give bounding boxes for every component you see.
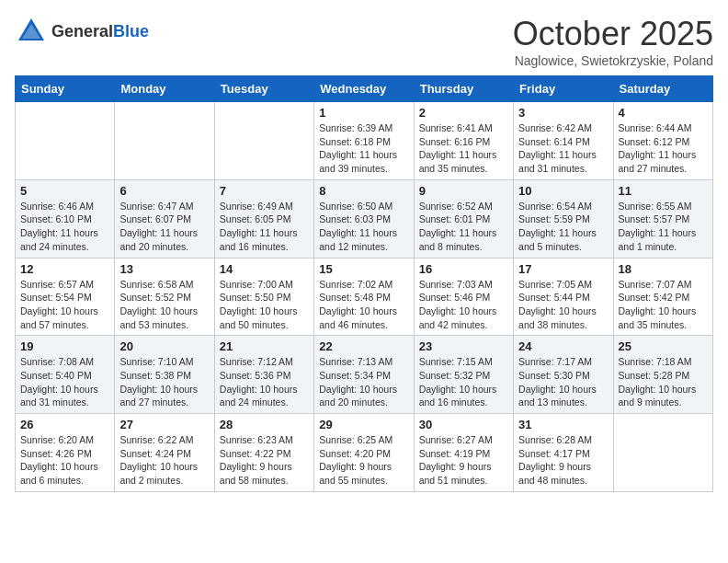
calendar-cell (115, 102, 214, 180)
calendar-header-row: SundayMondayTuesdayWednesdayThursdayFrid… (16, 76, 713, 102)
day-of-week-friday: Friday (514, 76, 613, 102)
calendar-cell: 10Sunrise: 6:54 AMSunset: 5:59 PMDayligh… (514, 179, 613, 258)
calendar-week-3: 12Sunrise: 6:57 AMSunset: 5:54 PMDayligh… (16, 258, 713, 336)
calendar-cell: 5Sunrise: 6:46 AMSunset: 6:10 PMDaylight… (16, 179, 115, 258)
day-info: Sunrise: 7:13 AMSunset: 5:34 PMDaylight:… (319, 355, 408, 409)
calendar-cell: 18Sunrise: 7:07 AMSunset: 5:42 PMDayligh… (613, 258, 712, 336)
calendar-cell: 25Sunrise: 7:18 AMSunset: 5:28 PMDayligh… (613, 336, 712, 414)
day-number: 12 (20, 262, 109, 276)
calendar-week-1: 1Sunrise: 6:39 AMSunset: 6:18 PMDaylight… (16, 102, 713, 180)
calendar-cell: 31Sunrise: 6:28 AMSunset: 4:17 PMDayligh… (514, 414, 613, 492)
day-info: Sunrise: 6:22 AMSunset: 4:24 PMDaylight:… (119, 433, 209, 488)
month-title: October 2025 (513, 15, 713, 53)
day-number: 27 (119, 418, 209, 431)
calendar-cell: 6Sunrise: 6:47 AMSunset: 6:07 PMDaylight… (115, 179, 214, 258)
day-info: Sunrise: 6:57 AMSunset: 5:54 PMDaylight:… (20, 278, 109, 332)
calendar-table: SundayMondayTuesdayWednesdayThursdayFrid… (15, 75, 713, 492)
day-number: 14 (220, 262, 309, 276)
day-number: 16 (419, 262, 508, 276)
day-info: Sunrise: 6:54 AMSunset: 5:59 PMDaylight:… (518, 200, 608, 254)
calendar-cell: 19Sunrise: 7:08 AMSunset: 5:40 PMDayligh… (16, 336, 115, 414)
day-number: 6 (119, 184, 209, 198)
day-of-week-monday: Monday (115, 76, 214, 102)
day-number: 15 (319, 262, 408, 276)
day-number: 4 (619, 106, 708, 120)
calendar-week-2: 5Sunrise: 6:46 AMSunset: 6:10 PMDaylight… (16, 179, 713, 258)
day-info: Sunrise: 6:23 AMSunset: 4:22 PMDaylight:… (220, 433, 309, 488)
calendar-cell: 12Sunrise: 6:57 AMSunset: 5:54 PMDayligh… (16, 258, 115, 336)
day-number: 31 (518, 418, 608, 431)
calendar-cell: 17Sunrise: 7:05 AMSunset: 5:44 PMDayligh… (514, 258, 613, 336)
day-info: Sunrise: 6:42 AMSunset: 6:14 PMDaylight:… (518, 121, 608, 176)
day-info: Sunrise: 7:15 AMSunset: 5:32 PMDaylight:… (419, 355, 508, 409)
logo: GeneralBlue (15, 15, 149, 48)
calendar-cell (214, 102, 313, 180)
day-info: Sunrise: 7:12 AMSunset: 5:36 PMDaylight:… (220, 355, 309, 409)
day-number: 26 (20, 418, 109, 431)
day-number: 7 (220, 184, 309, 198)
calendar-cell: 16Sunrise: 7:03 AMSunset: 5:46 PMDayligh… (414, 258, 513, 336)
day-number: 1 (319, 106, 408, 120)
day-info: Sunrise: 6:46 AMSunset: 6:10 PMDaylight:… (20, 200, 109, 254)
day-number: 2 (419, 106, 508, 120)
day-info: Sunrise: 6:41 AMSunset: 6:16 PMDaylight:… (419, 121, 508, 176)
day-number: 10 (518, 184, 608, 198)
calendar-week-4: 19Sunrise: 7:08 AMSunset: 5:40 PMDayligh… (16, 336, 713, 414)
day-of-week-wednesday: Wednesday (314, 76, 414, 102)
day-number: 8 (319, 184, 408, 198)
day-number: 3 (518, 106, 608, 120)
location-subtitle: Naglowice, Swietokrzyskie, Poland (513, 53, 713, 68)
day-of-week-saturday: Saturday (613, 76, 712, 102)
calendar-cell (613, 414, 712, 492)
calendar-cell: 28Sunrise: 6:23 AMSunset: 4:22 PMDayligh… (214, 414, 313, 492)
calendar-cell: 24Sunrise: 7:17 AMSunset: 5:30 PMDayligh… (514, 336, 613, 414)
day-number: 18 (619, 262, 708, 276)
calendar-cell: 30Sunrise: 6:27 AMSunset: 4:19 PMDayligh… (414, 414, 513, 492)
day-number: 17 (518, 262, 608, 276)
calendar-cell: 29Sunrise: 6:25 AMSunset: 4:20 PMDayligh… (314, 414, 414, 492)
day-number: 11 (619, 184, 708, 198)
calendar-cell: 13Sunrise: 6:58 AMSunset: 5:52 PMDayligh… (115, 258, 214, 336)
day-info: Sunrise: 6:55 AMSunset: 5:57 PMDaylight:… (619, 200, 708, 254)
day-info: Sunrise: 7:07 AMSunset: 5:42 PMDaylight:… (619, 278, 708, 332)
day-info: Sunrise: 6:47 AMSunset: 6:07 PMDaylight:… (119, 200, 209, 254)
logo-icon (15, 15, 48, 48)
day-number: 20 (119, 339, 209, 353)
day-number: 25 (619, 339, 708, 353)
day-number: 9 (419, 184, 508, 198)
day-info: Sunrise: 7:00 AMSunset: 5:50 PMDaylight:… (220, 278, 309, 332)
calendar-cell: 23Sunrise: 7:15 AMSunset: 5:32 PMDayligh… (414, 336, 513, 414)
day-info: Sunrise: 6:44 AMSunset: 6:12 PMDaylight:… (619, 121, 708, 176)
calendar-cell: 7Sunrise: 6:49 AMSunset: 6:05 PMDaylight… (214, 179, 313, 258)
logo-blue: Blue (113, 22, 149, 40)
day-number: 24 (518, 339, 608, 353)
calendar-cell: 27Sunrise: 6:22 AMSunset: 4:24 PMDayligh… (115, 414, 214, 492)
calendar-cell: 4Sunrise: 6:44 AMSunset: 6:12 PMDaylight… (613, 102, 712, 180)
day-of-week-sunday: Sunday (16, 76, 115, 102)
calendar-cell: 2Sunrise: 6:41 AMSunset: 6:16 PMDaylight… (414, 102, 513, 180)
day-info: Sunrise: 6:50 AMSunset: 6:03 PMDaylight:… (319, 200, 408, 254)
title-block: October 2025 Naglowice, Swietokrzyskie, … (513, 15, 713, 68)
calendar-cell: 8Sunrise: 6:50 AMSunset: 6:03 PMDaylight… (314, 179, 414, 258)
day-info: Sunrise: 6:58 AMSunset: 5:52 PMDaylight:… (119, 278, 209, 332)
day-number: 28 (220, 418, 309, 431)
day-number: 22 (319, 339, 408, 353)
day-info: Sunrise: 6:39 AMSunset: 6:18 PMDaylight:… (319, 121, 408, 176)
calendar-cell: 26Sunrise: 6:20 AMSunset: 4:26 PMDayligh… (16, 414, 115, 492)
day-number: 21 (220, 339, 309, 353)
calendar-cell (16, 102, 115, 180)
page-header: GeneralBlue October 2025 Naglowice, Swie… (15, 15, 713, 68)
calendar-cell: 21Sunrise: 7:12 AMSunset: 5:36 PMDayligh… (214, 336, 313, 414)
day-info: Sunrise: 6:20 AMSunset: 4:26 PMDaylight:… (20, 433, 109, 488)
day-info: Sunrise: 6:28 AMSunset: 4:17 PMDaylight:… (518, 433, 608, 488)
day-info: Sunrise: 7:17 AMSunset: 5:30 PMDaylight:… (518, 355, 608, 409)
day-number: 30 (419, 418, 508, 431)
day-info: Sunrise: 7:03 AMSunset: 5:46 PMDaylight:… (419, 278, 508, 332)
day-info: Sunrise: 7:08 AMSunset: 5:40 PMDaylight:… (20, 355, 109, 409)
day-of-week-tuesday: Tuesday (214, 76, 313, 102)
day-number: 19 (20, 339, 109, 353)
day-info: Sunrise: 7:02 AMSunset: 5:48 PMDaylight:… (319, 278, 408, 332)
calendar-cell: 11Sunrise: 6:55 AMSunset: 5:57 PMDayligh… (613, 179, 712, 258)
calendar-cell: 14Sunrise: 7:00 AMSunset: 5:50 PMDayligh… (214, 258, 313, 336)
logo-general: General (51, 22, 113, 40)
